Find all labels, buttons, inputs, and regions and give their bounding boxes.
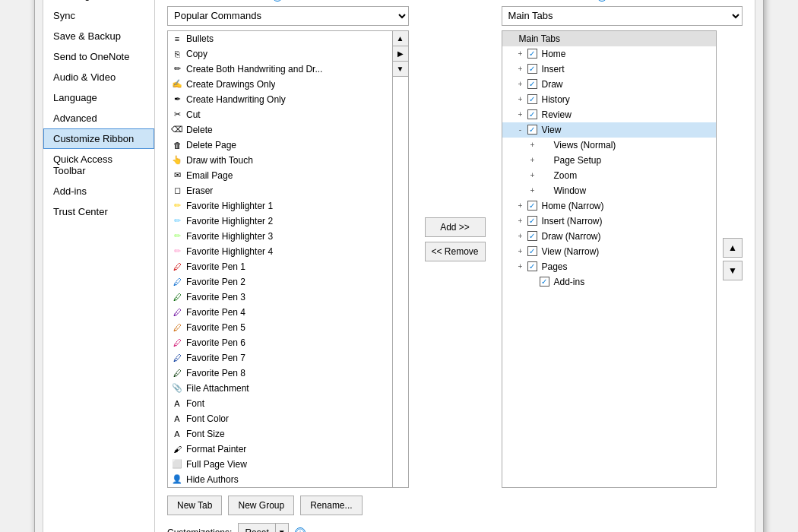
tree-item-pages[interactable]: +✓Pages (502, 259, 717, 274)
sidebar-item-sync[interactable]: Sync (43, 5, 154, 26)
expand-icon[interactable]: + (516, 247, 525, 255)
expand-icon[interactable]: + (516, 49, 525, 58)
sidebar-item-save-backup[interactable]: Save & Backup (43, 26, 154, 46)
list-item[interactable]: 🖊Favorite Pen 2 (168, 274, 392, 290)
list-item[interactable]: 🖊Favorite Pen 3 (168, 290, 392, 305)
tree-item-zoom[interactable]: +Zoom (502, 168, 717, 183)
tree-item-views-normal[interactable]: +Views (Normal) (502, 138, 717, 153)
expand-icon[interactable]: + (516, 201, 525, 210)
tree-item-draw[interactable]: +✓Draw (502, 77, 717, 92)
remove-button[interactable]: << Remove (425, 242, 486, 261)
tree-checkbox[interactable]: ✓ (527, 125, 537, 135)
tree-item-view-narrow[interactable]: +✓View (Narrow) (502, 244, 717, 259)
tree-item-page-setup[interactable]: +Page Setup (502, 153, 717, 168)
list-item[interactable]: ✒Create Handwriting Only (168, 92, 392, 107)
tree-item-review[interactable]: +✓Review (502, 107, 717, 122)
list-item[interactable]: ✏Favorite Highlighter 3 (168, 229, 392, 244)
tree-item-history[interactable]: +✓History (502, 92, 717, 107)
commands-listbox[interactable]: ≡Bullets⎘Copy✏Create Both Handwriting an… (168, 31, 392, 487)
new-group-btn[interactable]: New Group (228, 496, 294, 515)
expand-icon[interactable]: + (528, 171, 537, 179)
tree-item-home[interactable]: +✓Home (502, 46, 717, 62)
tree-checkbox[interactable]: ✓ (527, 201, 537, 211)
tree-item-draw-narrow[interactable]: +✓Draw (Narrow) (502, 229, 717, 244)
tree-listbox[interactable]: Main Tabs+✓Home+✓Insert+✓Draw+✓History+✓… (502, 30, 717, 488)
expand-icon[interactable]: + (528, 156, 537, 164)
list-item[interactable]: ✂Cut (168, 107, 392, 122)
expand-icon[interactable]: + (516, 110, 525, 119)
reset-btn-main[interactable]: Reset (238, 523, 274, 533)
list-item[interactable]: 🖊Favorite Pen 7 (168, 350, 392, 366)
tree-checkbox[interactable]: ✓ (527, 94, 537, 104)
sidebar-item-customize-ribbon[interactable]: Customize Ribbon (43, 128, 154, 149)
list-item[interactable]: AFont Color (168, 411, 392, 426)
tree-item-insert[interactable]: +✓Insert (502, 62, 717, 77)
expand-icon[interactable]: + (516, 217, 525, 225)
list-item[interactable]: ⬜Full Page View (168, 457, 392, 472)
tree-checkbox[interactable]: ✓ (527, 109, 537, 119)
add-button[interactable]: Add >> (425, 217, 486, 237)
commands-dropdown[interactable]: Popular CommandsAll CommandsCommands Not… (167, 6, 409, 26)
new-tab-btn[interactable]: New Tab (167, 496, 222, 515)
sidebar-item-language[interactable]: Language (43, 87, 154, 108)
list-item[interactable]: ✉Email Page (168, 168, 392, 183)
sidebar-item-add-ins[interactable]: Add-ins (43, 181, 154, 201)
list-item[interactable]: ≡Bullets (168, 31, 392, 46)
tree-checkbox[interactable]: ✓ (527, 79, 537, 89)
sidebar-item-trust-center[interactable]: Trust Center (43, 201, 154, 222)
tree-item-main-tabs[interactable]: Main Tabs (502, 31, 717, 46)
list-item[interactable]: ✏Favorite Highlighter 2 (168, 214, 392, 229)
sidebar-item-advanced[interactable]: Advanced (43, 108, 154, 128)
list-item[interactable]: AFont (168, 396, 392, 411)
left-info-icon[interactable]: ⓘ (272, 0, 283, 2)
tree-checkbox[interactable]: ✓ (540, 277, 549, 287)
list-item[interactable]: 🖊Favorite Pen 4 (168, 305, 392, 320)
sidebar-item-quick-access[interactable]: Quick Access Toolbar (43, 149, 154, 181)
expand-icon[interactable]: + (516, 65, 525, 73)
list-item[interactable]: ⌫Delete (168, 122, 392, 138)
scroll-right-btn[interactable]: ▶ (393, 46, 408, 62)
ribbon-dropdown[interactable]: Main TabsTool TabsAll Tabs (502, 6, 743, 26)
list-item[interactable]: 🖊Favorite Pen 5 (168, 320, 392, 335)
tree-checkbox[interactable]: ✓ (527, 216, 537, 226)
list-item[interactable]: 🖊Favorite Pen 6 (168, 335, 392, 350)
expand-icon[interactable]: + (516, 232, 525, 240)
collapse-icon[interactable]: - (516, 125, 525, 134)
right-info-icon[interactable]: ⓘ (597, 0, 607, 2)
list-item[interactable]: ✏Favorite Highlighter 1 (168, 198, 392, 214)
list-item[interactable]: 👆Draw with Touch (168, 153, 392, 168)
list-item[interactable]: 📎File Attachment (168, 381, 392, 396)
scroll-down-left-btn[interactable]: ▼ (393, 62, 408, 77)
tree-checkbox[interactable]: ✓ (527, 246, 537, 256)
tree-item-insert-narrow[interactable]: +✓Insert (Narrow) (502, 214, 717, 229)
list-item[interactable]: 🖊Favorite Pen 8 (168, 366, 392, 381)
scroll-up-btn[interactable]: ▲ (393, 31, 408, 46)
list-item[interactable]: 👤Hide Authors (168, 472, 392, 487)
tree-item-window[interactable]: +Window (502, 183, 717, 198)
customizations-info-icon[interactable]: ⓘ (295, 527, 306, 533)
sidebar-item-audio-video[interactable]: Audio & Video (43, 67, 154, 87)
tree-item-add-ins[interactable]: ✓Add-ins (502, 274, 717, 290)
tree-item-view[interactable]: -✓View (502, 122, 717, 138)
list-item[interactable]: ✏Favorite Highlighter 4 (168, 244, 392, 259)
reset-btn-arrow[interactable]: ▼ (275, 523, 289, 533)
tree-checkbox[interactable]: ✓ (527, 231, 537, 241)
expand-icon[interactable]: + (516, 80, 525, 88)
expand-icon[interactable]: + (516, 95, 525, 103)
expand-icon[interactable]: + (528, 186, 537, 195)
move-up-btn[interactable]: ▲ (723, 238, 743, 258)
list-item[interactable]: ◻Eraser (168, 183, 392, 198)
tree-checkbox[interactable]: ✓ (527, 64, 537, 74)
list-item[interactable]: 🖌Format Painter (168, 442, 392, 457)
list-item[interactable]: AFont Size (168, 426, 392, 442)
tree-checkbox[interactable]: ✓ (527, 49, 537, 59)
expand-icon[interactable]: + (516, 262, 525, 271)
tree-checkbox[interactable]: ✓ (527, 261, 537, 271)
list-item[interactable]: 🗑Delete Page (168, 138, 392, 153)
list-item[interactable]: ✏Create Both Handwriting and Dr... (168, 62, 392, 77)
list-item[interactable]: 🖊Favorite Pen 1 (168, 259, 392, 274)
expand-icon[interactable]: + (528, 141, 537, 149)
sidebar-item-send-to-onenote[interactable]: Send to OneNote (43, 46, 154, 67)
rename-btn[interactable]: Rename... (300, 496, 362, 515)
list-item[interactable]: ✍Create Drawings Only (168, 77, 392, 92)
